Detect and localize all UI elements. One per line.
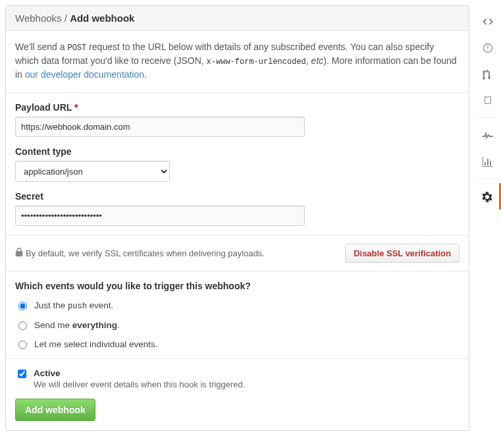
- settings-icon[interactable]: [475, 183, 501, 210]
- payload-url-label: Payload URL *: [15, 102, 460, 113]
- issues-icon[interactable]: [475, 34, 501, 61]
- form-section: Payload URL * Content type application/j…: [6, 93, 469, 236]
- docs-link[interactable]: our developer documentation: [25, 69, 144, 80]
- ssl-note-text: By default, we verify SSL certificates w…: [26, 248, 265, 258]
- active-desc: We will deliver event details when this …: [34, 379, 245, 389]
- event-option-everything[interactable]: Send me everything.: [15, 320, 460, 330]
- wiki-icon[interactable]: [475, 87, 501, 113]
- right-nav: [475, 0, 501, 448]
- content-type-select[interactable]: application/json: [15, 161, 170, 182]
- payload-url-input[interactable]: [15, 117, 305, 137]
- active-checkbox[interactable]: [18, 370, 26, 378]
- breadcrumb: Webhooks / Add webhook: [6, 6, 469, 31]
- events-title: Which events would you like to trigger t…: [15, 281, 460, 291]
- required-asterisk: *: [74, 102, 78, 113]
- event-radio-individual[interactable]: [18, 341, 27, 349]
- add-webhook-button[interactable]: Add webhook: [15, 399, 95, 421]
- pull-request-icon[interactable]: [475, 61, 501, 87]
- breadcrumb-parent: Webhooks: [15, 13, 62, 24]
- lock-icon: [15, 248, 23, 259]
- intro-text: We'll send a POST request to the URL bel…: [15, 40, 460, 82]
- webhook-panel: Webhooks / Add webhook We'll send a POST…: [5, 5, 469, 431]
- secret-input[interactable]: [15, 206, 305, 226]
- secret-label: Secret: [15, 191, 460, 202]
- graphs-icon[interactable]: [475, 148, 501, 175]
- breadcrumb-current: Add webhook: [70, 13, 134, 24]
- event-radio-push[interactable]: [18, 302, 27, 310]
- svg-point-2: [487, 50, 488, 51]
- submit-section: Active We will deliver event details whe…: [6, 359, 469, 430]
- event-radio-everything[interactable]: [18, 322, 27, 330]
- event-option-push[interactable]: Just the push event.: [15, 300, 460, 311]
- events-section: Which events would you like to trigger t…: [6, 271, 469, 359]
- event-option-individual[interactable]: Let me select individual events.: [15, 339, 460, 349]
- disable-ssl-button[interactable]: Disable SSL verification: [345, 244, 460, 263]
- ssl-section: By default, we verify SSL certificates w…: [6, 236, 469, 271]
- intro-section: We'll send a POST request to the URL bel…: [6, 31, 469, 93]
- pulse-icon[interactable]: [475, 122, 501, 148]
- content-type-label: Content type: [15, 146, 460, 157]
- code-icon[interactable]: [475, 8, 501, 34]
- active-label: Active: [34, 368, 245, 378]
- active-row[interactable]: Active We will deliver event details whe…: [15, 368, 460, 389]
